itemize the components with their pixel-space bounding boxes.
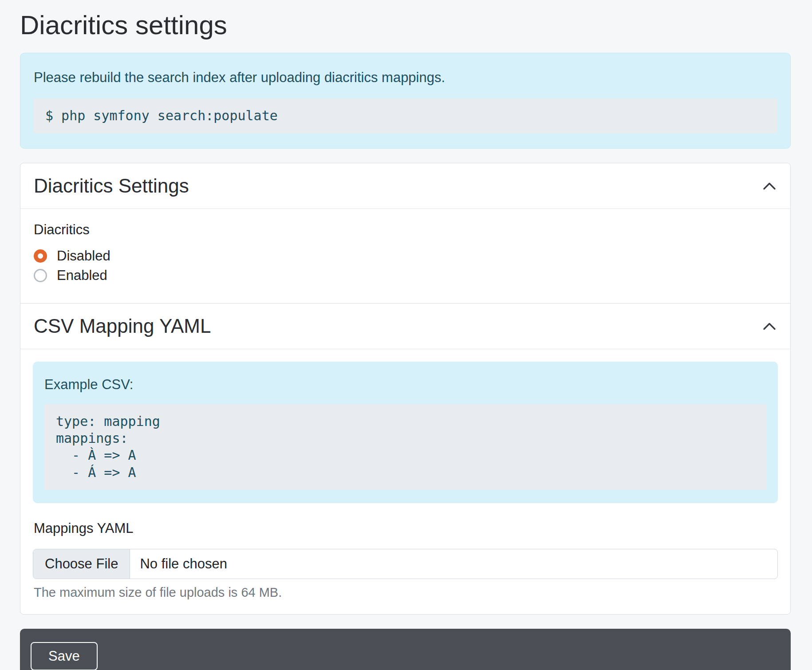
mappings-yaml-field-label: Mappings YAML: [34, 520, 778, 536]
radio-option-enabled[interactable]: Enabled: [34, 266, 777, 285]
file-chosen-status: No file chosen: [130, 549, 227, 579]
mappings-yaml-file-input[interactable]: Choose File No file chosen: [33, 549, 778, 579]
rebuild-index-message: Please rebuild the search index after up…: [34, 68, 777, 87]
radio-enabled-label[interactable]: Enabled: [57, 268, 107, 284]
example-csv-label: Example CSV:: [44, 377, 766, 393]
diacritics-settings-page: Diacritics settings Please rebuild the s…: [20, 10, 791, 670]
choose-file-button[interactable]: Choose File: [33, 549, 130, 579]
example-csv-box: Example CSV: type: mapping mappings: - À…: [33, 362, 778, 503]
radio-disabled-input[interactable]: [34, 249, 47, 263]
max-upload-size-note: The maximum size of file uploads is 64 M…: [34, 585, 778, 600]
section-title-diacritics-settings: Diacritics Settings: [34, 175, 189, 197]
rebuild-index-alert: Please rebuild the search index after up…: [20, 53, 791, 149]
chevron-up-icon[interactable]: [763, 322, 776, 330]
save-button[interactable]: Save: [31, 642, 98, 670]
radio-enabled-input[interactable]: [34, 269, 47, 282]
section-header-diacritics-settings[interactable]: Diacritics Settings: [20, 163, 790, 209]
radio-disabled-label[interactable]: Disabled: [57, 248, 110, 264]
diacritics-field-label: Diacritics: [34, 221, 777, 238]
section-body-diacritics: Diacritics Disabled Enabled: [20, 209, 790, 303]
radio-option-disabled[interactable]: Disabled: [34, 246, 777, 266]
settings-card: Diacritics Settings Diacritics Disabled …: [20, 163, 791, 615]
page-title: Diacritics settings: [20, 10, 791, 40]
section-header-csv-mapping-yaml[interactable]: CSV Mapping YAML: [20, 303, 790, 349]
chevron-up-icon[interactable]: [763, 182, 776, 190]
section-body-csv-mapping: Example CSV: type: mapping mappings: - À…: [20, 349, 790, 614]
search-populate-command: $ php symfony search:populate: [34, 99, 777, 133]
form-actions-bar: Save: [20, 629, 791, 670]
section-title-csv-mapping-yaml: CSV Mapping YAML: [34, 315, 211, 338]
example-yaml-code: type: mapping mappings: - À => A - Á => …: [44, 404, 766, 489]
